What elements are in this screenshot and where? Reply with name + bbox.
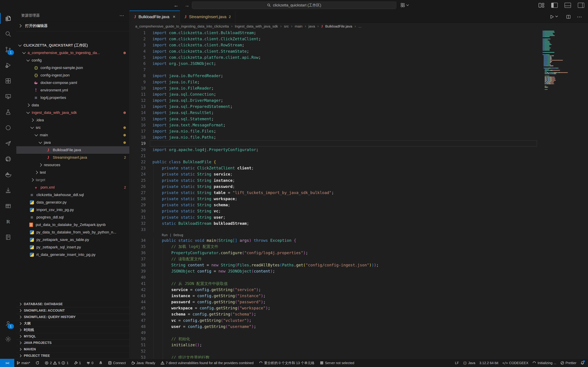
tree-item-config-ingest-sample.json[interactable]: {}config-ingest-sample.json [16, 64, 129, 72]
code-line-53[interactable]: 53 // 统计文件里的行数 [130, 354, 588, 359]
code-line-23[interactable]: 23 private static ClickZettaClient clien… [130, 165, 588, 171]
extensions-icon[interactable] [0, 73, 16, 89]
code-line-42[interactable]: 42 service = config.getString("service")… [130, 287, 588, 293]
status-item[interactable]: Prettier [558, 359, 579, 367]
code-line-16[interactable]: 16import java.text.MessageFormat; [130, 122, 588, 128]
code-line-51[interactable]: 51 initialize(); [130, 342, 588, 348]
breadcrumb-item[interactable]: main [295, 24, 303, 28]
code-line-18[interactable]: 18import java.nio.file.Paths; [130, 134, 588, 140]
code-line-37[interactable]: 37 // 读取配置文件 [130, 256, 588, 262]
code-line-46[interactable]: 46 schema = config.getString("schema"); [130, 311, 588, 317]
code-line-39[interactable]: 39 JSONObject config = new JSONObject(co… [130, 268, 588, 274]
tree-item-clickzetta_lakehouse_ddl.sql[interactable]: ≡clickzetta_lakehouse_ddl.sql [16, 191, 129, 199]
panel-java-projects[interactable]: JAVA PROJECTS [16, 340, 129, 346]
run-button[interactable] [550, 14, 560, 19]
tree-item-java[interactable]: java [16, 139, 129, 146]
panel-project-tree[interactable]: PROJECT TREE [16, 352, 129, 359]
panel-maven[interactable]: MAVEN [16, 346, 129, 352]
status-item[interactable]: Initializing ... [530, 359, 558, 367]
tree-item-py_zettapark_sql_insert.py[interactable]: py_zettapark_sql_insert.py [16, 243, 129, 251]
status-item[interactable]: main* [14, 359, 32, 367]
panel--[interactable]: 时间线 [16, 326, 129, 333]
code-line-3[interactable]: 3import com.clickzetta.client.RowStream; [130, 42, 588, 48]
tree-item-src[interactable]: src [16, 124, 129, 131]
code-line-2[interactable]: 2import com.clickzetta.client.ClickZetta… [130, 36, 588, 42]
testing-icon[interactable] [0, 104, 16, 120]
code-line-9[interactable]: 9import java.io.File; [130, 79, 588, 85]
code-line-40[interactable]: 40 [130, 274, 588, 280]
code-line-6[interactable]: 6import org.json.JSONObject; [130, 60, 588, 67]
tree-item-rt_data_generate_insert_into_pg.py[interactable]: rt_data_generate_insert_into_pg.py [16, 251, 129, 259]
code-line-20[interactable]: 20import org.apache.log4j.PropertyConfig… [130, 147, 588, 153]
code-line-28[interactable]: 28 private static String workspace; [130, 196, 588, 202]
code-line-22[interactable]: 22public class BulkloadFile { [130, 159, 588, 165]
tree-item-a_comprehensive_guide_to_ingesting_da...[interactable]: a_comprehensive_guide_to_ingesting_da... [16, 49, 129, 57]
code-line-4[interactable]: 4import com.clickzetta.client.StreamStat… [130, 48, 588, 54]
status-item[interactable]: 3.12.2 64-bit [477, 359, 500, 367]
more-actions-icon[interactable]: ⋯ [577, 14, 582, 20]
breadcrumb[interactable]: a_comprehensive_guide_to_ingesting_data_… [130, 23, 588, 30]
tree-item-resources[interactable]: resources [16, 161, 129, 169]
code-line-47[interactable]: 47 vc = config.getString("vcluster"); [130, 317, 588, 324]
code-line-26[interactable]: 26 private static String password; [130, 184, 588, 190]
tree-item-config[interactable]: config [16, 57, 129, 64]
code-line-44[interactable]: 44 password = config.getString("password… [130, 299, 588, 305]
code-line-24[interactable]: 24 private static String service; [130, 171, 588, 177]
tree-item-clickzetta_quickstart-[interactable]: CLICKZETTA_QUICKSTART (工作区) [16, 42, 129, 49]
code-line-32[interactable]: 32 static BulkloadStream bulkloadStream; [130, 220, 588, 226]
download-icon[interactable] [0, 183, 16, 198]
code-line-5[interactable]: 5import com.clickzetta.platform.client.a… [130, 54, 588, 60]
source-control-icon[interactable]: 1 [0, 42, 16, 58]
remote-explorer-icon[interactable] [0, 89, 16, 104]
breadcrumb-item[interactable]: a_comprehensive_guide_to_ingesting_data_… [135, 24, 229, 28]
status-item[interactable]: </>CODEGEEX [500, 359, 530, 367]
code-line-27[interactable]: 27 private static String table = "lift_t… [130, 190, 588, 196]
status-item[interactable]: Connect [106, 359, 128, 367]
code-line-38[interactable]: 38 String content = new String(Files.rea… [130, 262, 588, 268]
run-debug-icon[interactable] [0, 58, 16, 73]
code-line-35[interactable]: 35 // 加载 log4j 配置文件 [130, 243, 588, 250]
tree-item-ingest_data_with_java_sdk[interactable]: Ingest_data_with_java_sdk [16, 109, 129, 116]
more-actions-icon[interactable]: ⋯ [120, 13, 125, 18]
code-line-25[interactable]: 25 private static String instance; [130, 177, 588, 184]
status-item[interactable]: 251 [43, 359, 70, 367]
code-line-12[interactable]: 12import java.sql.DriverManager; [130, 97, 588, 103]
code-line-14[interactable]: 14import java.sql.ResultSet; [130, 109, 588, 116]
tree-item-put_data_to_datalake_by_zettapark.ipynb[interactable]: put_data_to_datalake_by_Zettapark.ipynb [16, 221, 129, 228]
toggle-sidebar-icon[interactable] [551, 3, 558, 8]
code-line-21[interactable]: 21 [130, 153, 588, 159]
code-editor[interactable]: 1import com.clickzetta.client.BulkloadSt… [130, 30, 588, 359]
back-arrow-icon[interactable]: ← [173, 2, 179, 8]
code-line-19[interactable]: 19 [130, 140, 588, 146]
tree-item-streaminginsert.java[interactable]: JStreamingInsert.java2 [16, 154, 129, 161]
notebook-icon[interactable] [0, 229, 16, 245]
status-item[interactable]: 7 direct vulnerabilities found for all t… [159, 359, 256, 367]
forward-arrow-icon[interactable]: → [184, 2, 190, 8]
close-icon[interactable]: × [173, 14, 175, 19]
panel-snowflake-account[interactable]: SNOWFLAKE: ACCOUNT [16, 307, 129, 314]
code-line-52[interactable]: 52 [130, 348, 588, 354]
status-item[interactable]: {}Java [461, 359, 477, 367]
code-line-17[interactable]: 17import java.nio.file.Files; [130, 128, 588, 134]
circle-icon[interactable] [0, 120, 16, 136]
code-line-50[interactable]: 50 // 初始化 [130, 336, 588, 342]
command-center-search[interactable]: clickzetta_quickstart (工作区) [192, 1, 397, 9]
code-line-41[interactable]: 41 // 从 JSON 配置文件中获取值 [130, 281, 588, 287]
code-line-33[interactable]: 33 [130, 226, 588, 233]
remote-indicator[interactable]: >< [0, 359, 14, 367]
code-line-36[interactable]: 36 PropertyConfigurator.configure("confi… [130, 250, 588, 256]
tree-item-test[interactable]: test [16, 169, 129, 176]
open-editors-section[interactable]: 打开的编辑器 [16, 20, 129, 31]
code-line-49[interactable]: 49 [130, 330, 588, 336]
toggle-secondary-sidebar-icon[interactable] [578, 3, 584, 8]
container-icon[interactable] [0, 198, 16, 214]
panel-mysql[interactable]: MYSQL [16, 333, 129, 340]
tree-item-data_generator.py[interactable]: data_generator.py [16, 199, 129, 206]
tree-item-main[interactable]: main [16, 131, 129, 139]
profile-switcher[interactable] [400, 2, 408, 8]
code-line-8[interactable]: 8import java.io.BufferedReader; [130, 73, 588, 79]
code-line-45[interactable]: 45 workspace = config.getString("workspa… [130, 305, 588, 311]
tree-item-target[interactable]: target [16, 176, 129, 184]
tab-bulkloadfile.java[interactable]: JBulkloadFile.java× [130, 10, 180, 23]
code-line-11[interactable]: 11import java.sql.Connection; [130, 91, 588, 97]
